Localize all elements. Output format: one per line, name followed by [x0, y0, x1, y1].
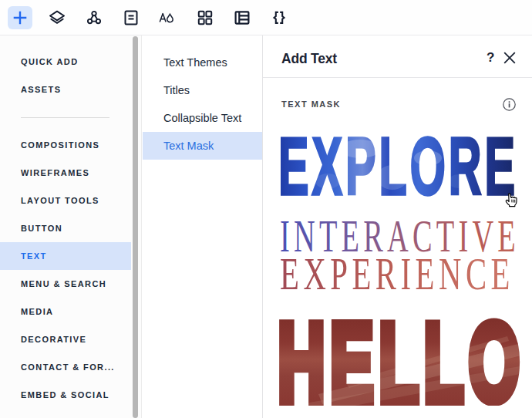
svg-text:EXPERIENCE: EXPERIENCE [280, 248, 514, 299]
